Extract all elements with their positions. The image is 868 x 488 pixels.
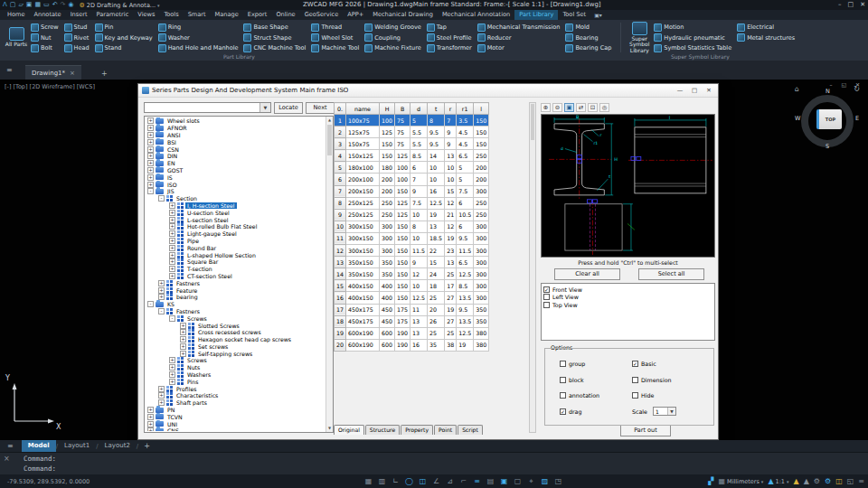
row-number-cell[interactable]: 3 (335, 138, 346, 150)
dialog-tab-structure[interactable]: Structure (365, 425, 400, 435)
table-row[interactable]: 12300x15030015011.5222311.5300 (335, 245, 489, 257)
expand-icon[interactable]: + (147, 117, 154, 124)
table-cell[interactable]: 38 (445, 339, 457, 351)
online-cloud-icon[interactable]: ◉ (68, 0, 73, 10)
table-cell[interactable]: 10 (428, 174, 445, 185)
tree-item-slotted-screws[interactable]: +Slotted Screws (146, 322, 325, 329)
tree-item-l-shaped-hollow-section[interactable]: +L-shaped Hollow Section (146, 251, 325, 258)
table-row[interactable]: 6200x100200100710105200 (335, 174, 489, 185)
combobox-dropdown-icon[interactable]: ▼ (667, 408, 675, 415)
view-option-front-view[interactable]: ✓Front View (543, 286, 712, 294)
ribbon-item-nut[interactable]: Nut (31, 33, 59, 43)
table-cell[interactable]: 125 (395, 150, 410, 162)
table-cell[interactable]: 250x125 (346, 209, 380, 221)
unchecked-checkbox-icon[interactable] (543, 294, 550, 300)
table-cell[interactable]: 75 (395, 127, 410, 138)
table-cell[interactable]: 150 (395, 221, 410, 232)
menu-tab-export[interactable]: Export (243, 10, 272, 20)
lineweight-icon[interactable]: ≡ (470, 474, 484, 488)
table-cell[interactable]: 200 (380, 185, 395, 197)
locate-button[interactable]: Locate (274, 102, 303, 114)
ribbon-item-cnc-machine-tool[interactable]: CNC Machine Tool (243, 43, 306, 53)
dialog-tab-script[interactable]: Script (458, 425, 483, 435)
table-cell[interactable]: 175 (395, 315, 410, 327)
unchecked-checkbox-icon[interactable] (560, 377, 566, 383)
menu-tab-parametric[interactable]: Parametric (92, 10, 134, 20)
table-cell[interactable]: 450x175 (346, 315, 380, 327)
open-file-icon[interactable]: ▱ (18, 0, 23, 10)
table-scrollbar[interactable] (529, 102, 536, 433)
tree-item-light-gauge-steel[interactable]: +Light-gauge Steel (146, 230, 325, 238)
tree-item-square-bar[interactable]: +Square Bar (146, 258, 325, 266)
table-cell[interactable]: 300 (474, 268, 489, 280)
expand-icon[interactable]: + (147, 139, 154, 145)
ribbon-item-transformer[interactable]: Transformer (427, 43, 472, 53)
table-cell[interactable]: 26 (428, 315, 445, 327)
table-cell[interactable]: 7.5 (410, 197, 428, 209)
expand-icon[interactable]: + (158, 287, 165, 294)
table-cell[interactable]: 27 (445, 315, 457, 327)
expand-icon[interactable]: + (147, 132, 154, 138)
view-option-top-view[interactable]: Top View (543, 301, 712, 309)
zoom-window-icon[interactable]: ⊡ (588, 103, 598, 112)
save-all-icon[interactable]: ▦ (34, 0, 41, 10)
next-button[interactable]: Next (306, 102, 335, 114)
close-command-icon[interactable]: × (4, 455, 10, 463)
expand-icon[interactable]: + (180, 329, 186, 335)
ribbon-item-washer[interactable]: Washer (158, 33, 239, 43)
table-cell[interactable]: 150 (395, 292, 410, 304)
tree-item-ct-section-steel[interactable]: +CT-section Steel (146, 273, 325, 280)
expand-icon[interactable]: + (169, 245, 175, 251)
ribbon-item-metal-structures[interactable]: Metal structures (737, 33, 795, 43)
preview-image-icon[interactable]: ▣ (564, 103, 574, 112)
table-cell[interactable]: 25 (428, 292, 445, 304)
table-row[interactable]: 10300x150300150813126300 (335, 221, 489, 232)
new-tab-button[interactable]: + (101, 70, 108, 78)
option-basic[interactable]: ✓Basic (632, 360, 704, 368)
table-cell[interactable]: 13 (445, 257, 457, 268)
annotation-visibility-icon[interactable]: ▲ (794, 477, 799, 485)
tree-item-iso[interactable]: +ISO (146, 181, 325, 188)
table-cell[interactable]: 250 (474, 150, 489, 162)
table-cell[interactable]: 8.5 (410, 150, 428, 162)
expand-icon[interactable]: + (158, 386, 165, 392)
table-cell[interactable]: 13 (428, 221, 445, 232)
table-cell[interactable]: 200 (474, 174, 489, 185)
scroll-up-icon[interactable]: ▲ (326, 117, 333, 124)
grid-icon[interactable]: ▦ (362, 474, 375, 488)
all-parts-button[interactable]: All Parts (2, 21, 31, 54)
table-cell[interactable]: 300 (380, 232, 395, 244)
expand-icon[interactable]: + (180, 323, 186, 329)
table-cell[interactable]: 200 (474, 162, 489, 174)
expand-icon[interactable]: + (169, 357, 175, 363)
row-number-cell[interactable]: 7 (335, 185, 346, 197)
tree-item-characteristics[interactable]: +Characteristics (146, 392, 325, 399)
expand-icon[interactable]: + (169, 223, 175, 230)
zwcad-logo-icon[interactable]: Λ (3, 0, 7, 10)
super-symbol-library-button[interactable]: Super Symbol Library (625, 21, 654, 54)
expand-icon[interactable]: + (169, 266, 175, 272)
annotation-auto-icon[interactable]: ▲ (804, 477, 809, 485)
table-cell[interactable]: 600 (380, 339, 395, 351)
table-cell[interactable]: 600x190 (346, 339, 380, 351)
menu-tab-online[interactable]: Online (271, 10, 299, 20)
scrollbar-thumb[interactable] (327, 125, 332, 155)
locate-center-icon[interactable]: ◎ (599, 103, 609, 112)
customize-menu-icon[interactable]: ≡ (858, 477, 864, 485)
table-cell[interactable]: 300 (474, 280, 489, 292)
table-cell[interactable]: 150 (380, 150, 395, 162)
table-cell[interactable]: 180x100 (346, 162, 380, 174)
table-cell[interactable]: 100 (395, 174, 410, 185)
checked-checkbox-icon[interactable]: ✓ (543, 286, 550, 293)
tree-item-pins[interactable]: +Pins (146, 378, 325, 385)
add-layout-button[interactable]: + (138, 442, 156, 450)
menu-tab-tools[interactable]: Tools (159, 10, 183, 20)
table-cell[interactable]: 190 (395, 327, 410, 339)
table-cell[interactable]: 11.5 (410, 245, 428, 257)
layout-tab-layout1[interactable]: Layout1 (58, 440, 96, 452)
menu-tab-smart[interactable]: Smart (184, 10, 211, 20)
expand-icon[interactable]: + (147, 414, 154, 420)
table-cell[interactable]: 300 (474, 257, 489, 268)
view-option-left-view[interactable]: Left View (543, 294, 712, 302)
table-cell[interactable]: 5.5 (410, 138, 428, 150)
